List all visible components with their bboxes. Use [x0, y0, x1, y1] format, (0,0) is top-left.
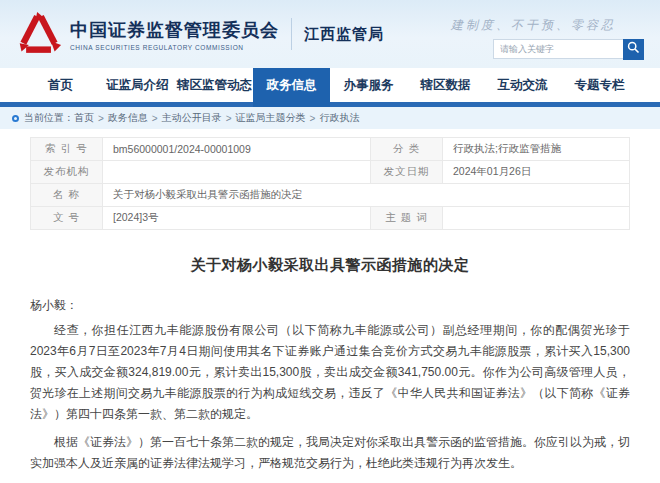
- site-logo-link[interactable]: 中国证券监督管理委员会 CHINA SECURITIES REGULATORY …: [16, 11, 279, 57]
- keyword-label: 主 题 词: [371, 207, 443, 230]
- breadcrumb-prefix: 当前位置：: [24, 111, 74, 125]
- document-title: 关于对杨小毅采取出具警示函措施的决定: [30, 256, 630, 275]
- search-input[interactable]: [493, 39, 623, 59]
- breadcrumb-separator: >: [152, 113, 158, 124]
- nav-item-home[interactable]: 首页: [22, 68, 99, 102]
- breadcrumb-separator: >: [226, 113, 232, 124]
- document-body: 杨小毅： 经查，你担任江西九丰能源股份有限公司（以下简称九丰能源或公司）副总经理…: [30, 295, 630, 483]
- category-label: 分 类: [371, 138, 443, 161]
- search-icon: [627, 41, 640, 57]
- index-number-label: 索 引 号: [31, 138, 103, 161]
- nav-item-services[interactable]: 办事服务: [330, 68, 407, 102]
- nav-item-gov-info[interactable]: 政务信息: [253, 68, 330, 107]
- issue-date-value: 2024年01月26日: [443, 161, 630, 184]
- table-row: 文 号 [2024]3号 主 题 词: [31, 207, 630, 230]
- org-title-block: 中国证券监督管理委员会 CHINA SECURITIES REGULATORY …: [70, 18, 279, 51]
- slogan-text: 建制度、不干预、零容忍: [451, 17, 616, 34]
- table-row: 索 引 号 bm56000001/2024-00001009 分 类 行政执法;…: [31, 138, 630, 161]
- breadcrumb-item-gov-info[interactable]: 政务信息: [108, 111, 148, 125]
- issuer-value: [103, 161, 371, 184]
- page: 中国证券监督管理委员会 CHINA SECURITIES REGULATORY …: [0, 0, 660, 483]
- name-label: 名 称: [31, 184, 103, 207]
- header-divider: [291, 18, 292, 50]
- paragraph-facts: 经查，你担任江西九丰能源股份有限公司（以下简称九丰能源或公司）副总经理期间，你的…: [30, 320, 630, 425]
- keyword-value: [443, 207, 630, 230]
- doc-number-label: 文 号: [31, 207, 103, 230]
- search-button[interactable]: [623, 39, 644, 60]
- breadcrumb-separator: >: [98, 113, 104, 124]
- breadcrumb-item-open-directory[interactable]: 主动公开目录: [162, 111, 222, 125]
- bureau-name[interactable]: 江西监管局: [304, 25, 384, 44]
- breadcrumb: 当前位置： 首页 > 政务信息 > 主动公开目录 > 证监局主题分类 > 行政执…: [0, 107, 660, 129]
- nav-item-special-columns[interactable]: 专题专栏: [561, 68, 638, 102]
- doc-number-value: [2024]3号: [103, 207, 371, 230]
- index-number-value: bm56000001/2024-00001009: [103, 138, 371, 161]
- salutation: 杨小毅：: [30, 295, 630, 316]
- breadcrumb-separator: >: [310, 113, 316, 124]
- site-header: 中国证券监督管理委员会 CHINA SECURITIES REGULATORY …: [0, 0, 660, 68]
- table-row: 名 称 关于对杨小毅采取出具警示函措施的决定: [31, 184, 630, 207]
- table-row: 发布机构 发文日期 2024年01月26日: [31, 161, 630, 184]
- breadcrumb-item-home[interactable]: 首页: [74, 111, 94, 125]
- category-value: 行政执法;行政监管措施: [443, 138, 630, 161]
- main-nav: 首页 证监局介绍 辖区监管动态 政务信息 办事服务 辖区数据 互动交流 专题专栏: [0, 68, 660, 107]
- breadcrumb-item-topic-category[interactable]: 证监局主题分类: [236, 111, 306, 125]
- breadcrumb-item-admin-enforcement[interactable]: 行政执法: [319, 111, 359, 125]
- main-content: 索 引 号 bm56000001/2024-00001009 分 类 行政执法;…: [0, 129, 660, 483]
- header-right: 建制度、不干预、零容忍: [451, 9, 644, 60]
- issuer-label: 发布机构: [31, 161, 103, 184]
- issue-date-label: 发文日期: [371, 161, 443, 184]
- name-value: 关于对杨小毅采取出具警示函措施的决定: [103, 184, 630, 207]
- csrc-logo-icon: [16, 11, 62, 57]
- org-name: 中国证券监督管理委员会: [70, 18, 279, 42]
- meta-table: 索 引 号 bm56000001/2024-00001009 分 类 行政执法;…: [30, 137, 630, 230]
- org-name-en: CHINA SECURITIES REGULATORY COMMISSION: [70, 44, 279, 51]
- paragraph-decision: 根据《证券法》）第一百七十条第二款的规定，我局决定对你采取出具警示函的监管措施。…: [30, 432, 630, 474]
- nav-item-interaction[interactable]: 互动交流: [484, 68, 561, 102]
- search-bar: [493, 39, 644, 60]
- nav-item-regional-data[interactable]: 辖区数据: [407, 68, 484, 102]
- location-icon: [12, 115, 19, 122]
- nav-item-regional-news[interactable]: 辖区监管动态: [176, 68, 253, 102]
- nav-item-bureau-intro[interactable]: 证监局介绍: [99, 68, 176, 102]
